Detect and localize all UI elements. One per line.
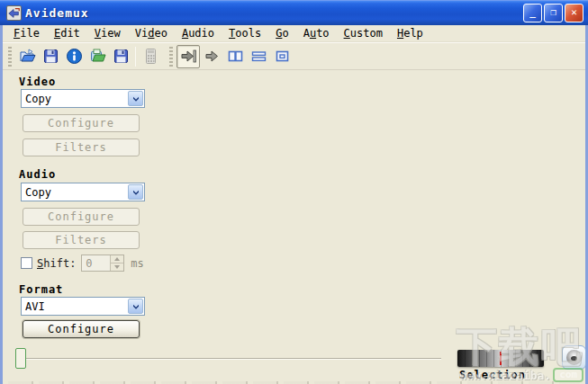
save-copy-button[interactable]	[109, 45, 132, 68]
open-file-icon	[18, 47, 37, 66]
window-title: Avidemux	[25, 6, 89, 20]
audio-configure-button: Configure	[23, 208, 140, 226]
append-open-button[interactable]	[86, 45, 109, 68]
menu-edit[interactable]: Edit	[47, 26, 87, 40]
avidemux-window: Avidemux _ ❐ ✕ FileEditViewVideoAudioToo…	[0, 0, 588, 384]
speaker-icon	[566, 350, 582, 365]
video-codec-select[interactable]: Copy	[21, 89, 145, 108]
toolbar-separator	[135, 47, 136, 67]
single-window-view-button[interactable]	[270, 45, 294, 68]
audio-monitor-button[interactable]	[562, 345, 586, 370]
timeline-slider-handle[interactable]	[15, 348, 26, 369]
open-file-button[interactable]	[15, 45, 39, 68]
menu-video[interactable]: Video	[128, 26, 175, 40]
video-filters-button: Filters	[23, 138, 140, 156]
menu-auto[interactable]: Auto	[296, 26, 337, 40]
maximize-button[interactable]: ❐	[544, 4, 563, 22]
menu-help[interactable]: Help	[390, 26, 430, 40]
shift-checkbox[interactable]	[21, 257, 32, 269]
append-open-icon	[88, 47, 107, 66]
chevron-down-icon[interactable]	[128, 91, 143, 106]
client-area: FileEditViewVideoAudioToolsGoAutoCustomH…	[0, 25, 588, 384]
menu-tools[interactable]: Tools	[222, 26, 268, 40]
vertical-split-view-icon	[226, 47, 245, 66]
jog-marker	[500, 352, 502, 365]
single-window-view-icon	[273, 47, 292, 66]
audio-filters-button: Filters	[23, 231, 140, 249]
audio-codec-select[interactable]: Copy	[21, 183, 145, 201]
spinner-down-icon	[111, 263, 123, 271]
shift-value: 0	[82, 255, 110, 271]
main-toolbar	[3, 42, 585, 70]
save-file-button[interactable]	[39, 45, 62, 68]
menu-file[interactable]: File	[6, 26, 47, 40]
jump-to-start-icon	[179, 47, 198, 66]
shift-unit-label: ms	[131, 257, 143, 270]
selection-label: Selection	[459, 369, 526, 381]
format-container-select[interactable]: AVI	[21, 297, 145, 316]
information-button[interactable]	[62, 45, 86, 68]
calculator-button	[139, 45, 162, 68]
audio-shift-row: Shift: 0 ms	[21, 255, 144, 272]
shift-label: Shift:	[37, 257, 76, 270]
close-button[interactable]: ✕	[565, 4, 583, 22]
chevron-down-icon[interactable]	[128, 184, 143, 200]
shift-value-spinner: 0	[81, 255, 124, 272]
horizontal-split-view-icon	[249, 47, 268, 66]
video-configure-button: Configure	[23, 114, 140, 132]
video-section-heading: Video	[19, 76, 56, 88]
jump-forward-icon	[203, 47, 222, 66]
format-configure-button[interactable]: Configure	[23, 320, 140, 338]
menu-go[interactable]: Go	[268, 26, 295, 40]
information-icon	[65, 47, 84, 66]
chevron-down-icon[interactable]	[128, 299, 143, 314]
menu-view[interactable]: View	[87, 26, 128, 40]
minimize-button[interactable]: _	[523, 4, 542, 22]
jump-forward-button[interactable]	[200, 45, 223, 68]
calculator-icon	[141, 47, 160, 66]
toolbar-grip[interactable]	[8, 47, 12, 67]
avidemux-logo-icon	[7, 6, 21, 20]
jump-to-start-button[interactable]	[176, 45, 200, 68]
format-container-value: AVI	[22, 300, 127, 313]
save-copy-icon	[112, 47, 131, 66]
audio-section-heading: Audio	[19, 168, 56, 181]
toolbar-grip-2[interactable]	[169, 47, 173, 67]
watermark-site-suffix: com	[553, 368, 583, 382]
title-bar[interactable]: Avidemux _ ❐ ✕	[0, 0, 588, 25]
spinner-up-icon	[111, 255, 123, 263]
horizontal-split-view-button[interactable]	[247, 45, 270, 68]
save-file-icon	[41, 47, 60, 66]
timeline-track[interactable]	[21, 358, 441, 360]
jog-shuttle-wheel[interactable]	[457, 350, 544, 367]
app-icon	[6, 5, 22, 21]
video-codec-value: Copy	[22, 93, 127, 105]
menu-audio[interactable]: Audio	[175, 26, 222, 40]
menu-bar: FileEditViewVideoAudioToolsGoAutoCustomH…	[3, 25, 585, 42]
menu-custom[interactable]: Custom	[337, 26, 390, 40]
audio-codec-value: Copy	[22, 186, 127, 199]
format-section-heading: Format	[19, 283, 63, 296]
vertical-split-view-button[interactable]	[223, 45, 247, 68]
